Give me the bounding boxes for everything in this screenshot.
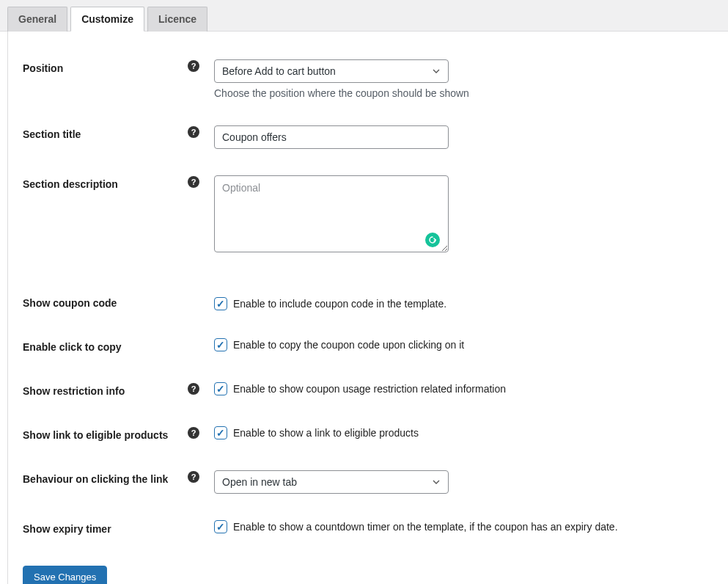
help-icon[interactable]: ? <box>188 126 199 138</box>
section-description-input[interactable] <box>214 175 449 252</box>
tab-licence[interactable]: Licence <box>147 7 207 32</box>
position-select[interactable]: Before Add to cart button <box>214 59 449 83</box>
help-icon[interactable]: ? <box>188 60 199 72</box>
tab-bar: General Customize Licence <box>0 0 728 32</box>
enable-click-copy-checkbox[interactable] <box>214 338 227 351</box>
show-coupon-code-checkbox[interactable] <box>214 297 227 310</box>
help-icon[interactable]: ? <box>188 176 199 188</box>
settings-panel: Position ? Before Add to cart button Cho… <box>7 32 728 584</box>
help-icon[interactable]: ? <box>188 471 199 483</box>
tab-customize[interactable]: Customize <box>70 7 144 32</box>
show-link-eligible-checkbox[interactable] <box>214 426 227 439</box>
save-button[interactable]: Save Changes <box>23 566 107 584</box>
enable-click-copy-label: Enable click to copy <box>23 341 122 353</box>
show-restriction-checkbox[interactable] <box>214 382 227 395</box>
position-label: Position <box>23 62 63 74</box>
show-expiry-label: Show expiry timer <box>23 523 111 535</box>
section-title-label: Section title <box>23 128 81 140</box>
show-coupon-code-label: Show coupon code <box>23 297 117 309</box>
show-restriction-text: Enable to show coupon usage restriction … <box>233 383 506 395</box>
behaviour-link-select[interactable]: Open in new tab <box>214 470 449 494</box>
help-icon[interactable]: ? <box>188 427 199 439</box>
show-expiry-text: Enable to show a countdown timer on the … <box>233 521 618 533</box>
show-coupon-code-text: Enable to include coupon code in the tem… <box>233 298 446 310</box>
show-restriction-label: Show restriction info <box>23 385 125 397</box>
show-link-eligible-label: Show link to eligible products <box>23 429 168 441</box>
enable-click-copy-text: Enable to copy the coupon code upon clic… <box>233 339 464 351</box>
behaviour-link-label: Behaviour on clicking the link <box>23 473 168 485</box>
form-table: Position ? Before Add to cart button Cho… <box>23 46 721 551</box>
show-expiry-checkbox[interactable] <box>214 520 227 533</box>
section-description-label: Section description <box>23 178 118 190</box>
show-link-eligible-text: Enable to show a link to eligible produc… <box>233 427 419 439</box>
tab-general[interactable]: General <box>7 7 67 32</box>
position-description: Choose the position where the coupon sho… <box>214 87 713 99</box>
help-icon[interactable]: ? <box>188 383 199 395</box>
section-title-input[interactable] <box>214 125 449 149</box>
